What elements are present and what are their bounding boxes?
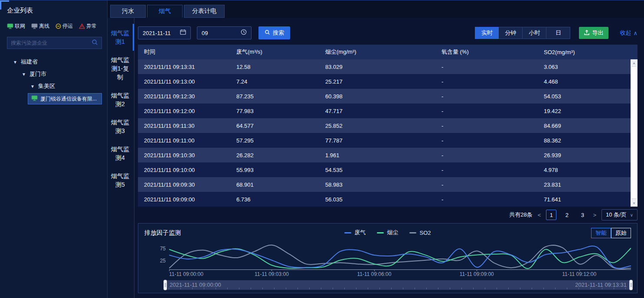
tree-node-district[interactable]: ▼ 集美区 — [7, 80, 102, 92]
table-row[interactable]: 2021/11/11 09:09:00 6.736 56.035 - 71.64… — [138, 192, 637, 207]
legend-so2[interactable]: SO2 — [409, 229, 431, 236]
cell-so2: 26.939 — [538, 152, 637, 159]
granularity-realtime[interactable]: 实时 — [475, 27, 499, 39]
export-button[interactable]: 导出 — [579, 27, 608, 39]
legend-smoke-dust[interactable]: 烟尘 — [377, 229, 398, 236]
mode-raw-button[interactable]: 原始 — [611, 228, 631, 238]
scroll-up-icon[interactable]: ▲ — [631, 59, 637, 66]
monitor-nav-item-1-copy[interactable]: 烟气监测1-复制 — [108, 51, 134, 86]
cell-smoke-dust: 47.717 — [319, 108, 435, 114]
table-row[interactable]: 2021/11/11 09:12:30 87.235 60.398 - 54.0… — [138, 89, 637, 104]
cell-waste-gas: 6.736 — [230, 196, 319, 203]
page-2[interactable]: 2 — [562, 210, 572, 220]
time-range-slider[interactable]: 2021-11-11 09:00:00 2021-11-11 09:13:31 — [165, 280, 631, 290]
cell-oxygen: - — [435, 64, 538, 70]
legend-waste-gas[interactable]: 废气 — [344, 229, 366, 236]
table-row[interactable]: 2021/11/11 09:10:00 55.993 54.535 - 4.97… — [138, 162, 637, 177]
date-picker[interactable] — [138, 26, 191, 39]
tab-submeter-power[interactable]: 分表计电 — [184, 5, 225, 18]
cell-waste-gas: 57.295 — [230, 137, 319, 144]
page-1[interactable]: 1 — [546, 210, 556, 220]
legend-marker — [377, 232, 384, 233]
monitor-online-icon — [31, 95, 38, 102]
page-size-select[interactable]: 10 条/页 ∨ — [602, 209, 637, 220]
scroll-down-icon[interactable]: ▼ — [631, 200, 637, 207]
legend-offline: 离线 — [31, 23, 49, 30]
cell-so2: 88.362 — [538, 137, 637, 144]
caret-down-icon[interactable]: ▼ — [13, 60, 17, 65]
tab-sewage[interactable]: 污水 — [110, 5, 146, 18]
prev-page-icon[interactable]: < — [538, 212, 541, 218]
scrollbar-thumb[interactable] — [631, 66, 637, 199]
pagination: 共有28条 < 1 2 3 > 10 条/页 ∨ — [138, 207, 637, 223]
cell-time: 2021/11/11 09:10:00 — [138, 167, 230, 173]
monitor-point-nav: 烟气监测1 烟气监测1-复制 烟气监测2 烟气监测3 烟气监测4 烟气监测5 — [108, 18, 134, 298]
cell-time: 2021/11/11 09:12:30 — [138, 93, 230, 100]
total-count: 共有28条 — [509, 211, 532, 219]
table-row[interactable]: 2021/11/11 09:12:00 77.983 47.717 - 19.4… — [138, 104, 637, 118]
slider-handle-right[interactable] — [629, 280, 633, 290]
table-row[interactable]: 2021/11/11 09:11:30 64.577 25.852 - 84.6… — [138, 118, 637, 133]
monitor-nav-item-1[interactable]: 烟气监测1 — [108, 24, 134, 51]
cell-waste-gas: 7.24 — [230, 78, 319, 85]
tab-flue-gas[interactable]: 烟气 — [147, 5, 183, 18]
enterprise-search-box — [7, 37, 102, 49]
next-page-icon[interactable]: > — [593, 212, 596, 218]
media-tabbar: 污水 烟气 分表计电 — [108, 0, 644, 18]
cell-oxygen: - — [435, 181, 538, 188]
readings-table: 时间 废气(m³/s) 烟尘(mg/m³) 氧含量 (%) SO2(mg/m³)… — [138, 45, 637, 207]
tree-node-province[interactable]: ▼ 福建省 — [7, 56, 102, 68]
table-row[interactable]: 2021/11/11 09:11:00 57.295 77.787 - 88.3… — [138, 133, 637, 148]
x-tick-label: 11-11 09:12:00 — [562, 271, 596, 277]
table-scrollbar[interactable]: ▲ ▼ — [631, 59, 637, 207]
cell-so2: 71.641 — [538, 196, 637, 203]
cell-smoke-dust: 25.217 — [319, 78, 435, 85]
cell-time: 2021/11/11 09:12:00 — [138, 108, 230, 114]
caret-down-icon[interactable]: ▼ — [22, 72, 26, 77]
tree-node-company-selected[interactable]: 厦门锐谷通信设备有限... — [28, 93, 102, 104]
monitor-nav-item-5[interactable]: 烟气监测5 — [108, 167, 134, 194]
search-icon — [265, 29, 270, 36]
cell-waste-gas: 68.901 — [230, 181, 319, 188]
granularity-minute[interactable]: 分钟 — [499, 27, 523, 39]
chart-plot-area[interactable]: 75 25 — [169, 243, 631, 270]
emission-factor-chart: 排放因子监测 废气 烟尘 — [138, 223, 637, 293]
granularity-day[interactable]: 日 — [546, 27, 570, 39]
chart-lines — [169, 243, 631, 269]
chevron-up-icon: ∧ — [633, 30, 637, 36]
cell-so2: 4.978 — [538, 167, 637, 173]
hour-input[interactable] — [202, 30, 241, 36]
chart-legend: 废气 烟尘 SO2 — [138, 229, 637, 236]
tree-node-city[interactable]: ▼ 厦门市 — [7, 68, 102, 80]
table-row[interactable]: 2021/11/11 09:09:30 68.901 58.983 - 23.8… — [138, 177, 637, 192]
legend-stopped: 停运 — [56, 23, 73, 30]
hour-picker[interactable] — [197, 26, 252, 39]
x-tick-label: 11-11 09:09:00 — [460, 271, 494, 277]
col-so2: SO2(mg/m³) — [538, 49, 637, 55]
calendar-icon — [180, 29, 186, 37]
cell-so2: 3.063 — [538, 64, 637, 70]
slider-handle-left[interactable] — [163, 280, 167, 290]
table-body: 2021/11/11 09:13:31 12.58 83.029 - 3.063… — [138, 59, 637, 207]
cell-oxygen: - — [435, 137, 538, 144]
cell-time: 2021/11/11 09:09:00 — [138, 196, 230, 203]
monitor-nav-item-2[interactable]: 烟气监测2 — [108, 86, 134, 113]
mode-smart-button[interactable]: 智能 — [591, 228, 611, 238]
caret-down-icon[interactable]: ▼ — [30, 84, 35, 89]
slider-start-label: 2021-11-11 09:00:00 — [170, 282, 221, 288]
monitor-nav-item-3[interactable]: 烟气监测3 — [108, 113, 134, 140]
collapse-toggle[interactable]: 收起 ∧ — [620, 29, 637, 37]
page-3[interactable]: 3 — [577, 210, 588, 220]
enterprise-search-input[interactable] — [11, 40, 92, 46]
date-input[interactable] — [143, 30, 180, 36]
granularity-hour[interactable]: 小时 — [523, 27, 546, 39]
chevron-down-icon: ∨ — [630, 213, 633, 217]
search-icon[interactable] — [92, 39, 98, 47]
table-row[interactable]: 2021/11/11 09:10:30 26.282 1.961 - 26.93… — [138, 148, 637, 162]
monitor-nav-item-4[interactable]: 烟气监测4 — [108, 140, 134, 167]
data-panel: 搜索 实时 分钟 小时 日 导出 — [134, 18, 644, 298]
table-row[interactable]: 2021/11/11 09:13:00 7.24 25.217 - 4.468 — [138, 74, 637, 89]
search-button[interactable]: 搜索 — [258, 26, 290, 39]
table-row[interactable]: 2021/11/11 09:13:31 12.58 83.029 - 3.063 — [138, 59, 637, 74]
legend-online: 联网 — [7, 23, 25, 30]
